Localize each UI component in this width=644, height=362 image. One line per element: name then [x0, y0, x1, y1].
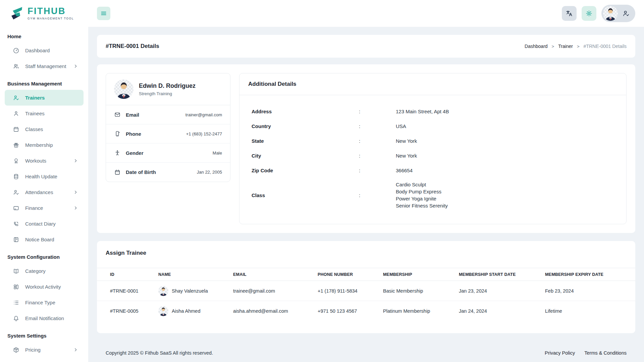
profile-row-gender: Gender Male: [106, 143, 230, 163]
sidebar-item-label: Email Notification: [25, 315, 64, 321]
sidebar-item-notice-board[interactable]: Notice Board: [5, 232, 84, 247]
col-email: EMAIL: [233, 268, 318, 281]
breadcrumb-separator: >: [552, 44, 554, 49]
gift-icon: [13, 142, 19, 148]
brand-logo[interactable]: FITHUB GYM MANAGEMENT TOOL: [0, 0, 88, 27]
cell-expiry-date: Feb 23, 2024: [545, 281, 635, 301]
sidebar-item-label: Pricing: [25, 347, 41, 353]
trainer-detail-card: Edwin D. Rodriguez Strength Training Ema…: [97, 64, 635, 233]
additional-details-body: Address : 123 Main Street, Apt 4B Countr…: [239, 95, 626, 224]
mail-icon: [114, 111, 121, 118]
privacy-policy-link[interactable]: Privacy Policy: [545, 350, 575, 356]
sidebar-item-membership[interactable]: Membership: [5, 137, 84, 153]
table-row[interactable]: #TRNE-0001 Shay Valenzuela trainee@gmail…: [97, 281, 635, 301]
cell-phone: +1 (178) 911-5834: [318, 281, 383, 301]
sidebar-item-category[interactable]: Category: [5, 263, 84, 279]
sidebar-item-workouts[interactable]: Workouts: [5, 153, 84, 169]
settings-button[interactable]: [582, 6, 596, 21]
detail-colon: :: [359, 109, 396, 114]
profile-row-value: Jan 22, 2005: [197, 170, 222, 175]
brand-text: FITHUB GYM MANAGEMENT TOOL: [28, 7, 74, 20]
sidebar-item-pricing[interactable]: Pricing: [5, 342, 84, 358]
chevron-right-icon: [73, 190, 78, 195]
page-header-card: #TRNE-0001 Details Dashboard > Trainer >…: [97, 35, 635, 58]
profile-row-label: Date of Birth: [126, 169, 156, 175]
sidebar: FITHUB GYM MANAGEMENT TOOL Home Dashboar…: [0, 0, 88, 362]
detail-label: City: [252, 153, 359, 159]
sidebar-item-dashboard[interactable]: Dashboard: [5, 43, 84, 58]
table-row[interactable]: #TRNE-0005 Aisha Ahmed aisha.ahmed@email…: [97, 301, 635, 321]
user-icon: [13, 110, 19, 117]
sidebar-item-label: Membership: [25, 142, 53, 148]
cell-email: trainee@gmail.com: [233, 281, 318, 301]
profile-row-label: Email: [126, 112, 139, 118]
detail-colon: :: [359, 123, 396, 129]
trainer-profile-header: Edwin D. Rodriguez Strength Training: [106, 73, 230, 105]
nav-section-system-settings: System Settings: [0, 326, 88, 342]
col-name: NAME: [158, 268, 233, 281]
detail-row-country: Country : USA: [252, 119, 614, 133]
breadcrumb-dashboard[interactable]: Dashboard: [525, 44, 548, 49]
sidebar-item-contact-diary[interactable]: Contact Diary: [5, 216, 84, 232]
col-membership: MEMBERSHIP: [383, 268, 459, 281]
sidebar-item-health-update[interactable]: Health Update: [5, 169, 84, 184]
person-standing-icon: [114, 149, 121, 156]
cell-start-date: Jan 24, 2024: [459, 301, 545, 321]
breadcrumb-trainer[interactable]: Trainer: [558, 44, 573, 49]
detail-colon: :: [359, 153, 396, 159]
profile-row-phone: Phone +1 (683) 152-2477: [106, 124, 230, 143]
translate-button[interactable]: [562, 6, 577, 21]
sidebar-item-label: Dashboard: [25, 48, 50, 53]
class-item: Body Pump Express: [396, 188, 614, 195]
calendar-icon: [114, 169, 121, 176]
profile-menu-button[interactable]: [601, 5, 635, 22]
sidebar-item-finance-type[interactable]: Finance Type: [5, 295, 84, 310]
detail-label: Class: [252, 192, 359, 198]
sidebar-item-email-notification[interactable]: Email Notification: [5, 310, 84, 326]
sidebar-item-workout-activity[interactable]: Workout Activity: [5, 279, 84, 295]
sidebar-item-attendances[interactable]: Attendances: [5, 184, 84, 200]
terms-conditions-link[interactable]: Terms & Conditions: [584, 350, 627, 356]
class-item: Power Yoga Ignite: [396, 195, 614, 202]
col-phone: PHONE NUMBER: [318, 268, 383, 281]
hamburger-icon: [100, 10, 107, 17]
trainer-specialty: Strength Training: [139, 91, 196, 96]
user-avatar: [603, 6, 618, 21]
additional-details-card: Additional Details Address : 123 Main St…: [239, 73, 627, 224]
detail-colon: :: [359, 168, 396, 173]
sidebar-item-label: Trainers: [25, 95, 45, 101]
sidebar-item-classes[interactable]: Classes: [5, 121, 84, 137]
hamburger-menu-button[interactable]: [97, 7, 110, 20]
smartphone-icon: [114, 130, 121, 137]
detail-row-class: Class : Cardio Sculpt Body Pump Express …: [252, 178, 614, 213]
topbar-actions: [562, 5, 635, 22]
sidebar-item-label: Workout Activity: [25, 284, 61, 290]
sidebar-item-label: Notice Board: [25, 237, 54, 242]
award-icon: [13, 158, 19, 164]
sidebar-item-label: Trainees: [25, 111, 45, 116]
nav-section-business: Business Management: [0, 74, 88, 90]
detail-colon: :: [359, 192, 396, 198]
translate-icon: [566, 10, 573, 17]
trainee-name: Shay Valenzuela: [172, 288, 208, 294]
list-icon: [13, 299, 19, 306]
sidebar-item-finance[interactable]: Finance: [5, 200, 84, 216]
page-title: #TRNE-0001 Details: [106, 43, 159, 50]
detail-row-address: Address : 123 Main Street, Apt 4B: [252, 104, 614, 119]
sidebar-item-trainees[interactable]: Trainees: [5, 106, 84, 121]
sidebar-item-trainers[interactable]: Trainers: [5, 90, 84, 106]
topbar: [88, 0, 644, 27]
cell-membership: Basic Membership: [383, 281, 459, 301]
detail-label: Country: [252, 123, 359, 129]
detail-class-list: Cardio Sculpt Body Pump Express Power Yo…: [396, 181, 614, 209]
detail-value: 123 Main Street, Apt 4B: [396, 109, 614, 114]
detail-label: Address: [252, 109, 359, 114]
sidebar-item-staff-management[interactable]: Staff Management: [5, 58, 84, 74]
assign-trainee-table: ID NAME EMAIL PHONE NUMBER MEMBERSHIP ME…: [97, 268, 635, 321]
detail-colon: :: [359, 138, 396, 144]
profile-row-label: Phone: [126, 131, 141, 137]
cell-name: Shay Valenzuela: [158, 281, 233, 301]
cell-membership: Platinum Membership: [383, 301, 459, 321]
page-content: #TRNE-0001 Details Dashboard > Trainer >…: [88, 27, 644, 362]
footer: Copyright 2025 © Fithub SaaS All rights …: [97, 344, 635, 362]
